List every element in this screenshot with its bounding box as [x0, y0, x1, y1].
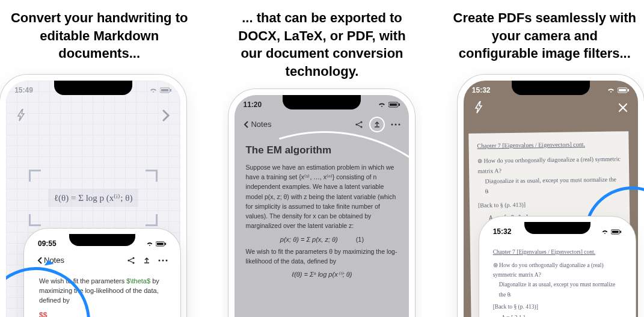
flash-icon[interactable] — [16, 109, 26, 122]
status-icons — [149, 87, 172, 93]
phone-small-3: 15:32 Chapter 7 [Eigenvalues / Eigenvect… — [479, 217, 636, 317]
status-icons — [146, 241, 167, 247]
doc-nav: Notes — [235, 114, 409, 137]
paper-title: Chapter 7 [Eigenvalues / Eigenvectors] c… — [493, 247, 622, 257]
paper-matrix-1: A = [ 2 1 ] — [501, 313, 622, 317]
svg-rect-25 — [612, 230, 618, 233]
phone-notch — [524, 222, 590, 234]
headline-2: ... that can be exported to DOCX, LaTeX,… — [222, 0, 421, 93]
status-time: 09:55 — [38, 239, 57, 248]
nav-actions — [355, 117, 400, 132]
headline-1: Convert your handwriting to editable Mar… — [0, 0, 198, 75]
screenshot-panel-3: Create PDFs seamlessly with your camera … — [446, 0, 644, 317]
wifi-icon — [146, 241, 153, 247]
phone-big-2: 11:20 Notes The EM algorithm — [228, 89, 415, 317]
screenshot-panel-2: ... that can be exported to DOCX, LaTeX,… — [222, 0, 421, 317]
doc-equation-2: ℓ(θ) = Σⁿ log p(x⁽ⁱ⁾; θ) — [245, 271, 398, 279]
phone-small-holder-3: 15:32 Chapter 7 [Eigenvalues / Eigenvect… — [479, 217, 636, 317]
wifi-icon — [607, 87, 615, 93]
svg-point-17 — [361, 126, 363, 128]
svg-point-18 — [391, 123, 393, 125]
doc-title: The EM algorithm — [245, 144, 398, 156]
doc-content-dimmed: 11:20 Notes The EM algorithm — [235, 95, 409, 317]
share-icon[interactable] — [355, 120, 363, 129]
svg-point-15 — [356, 123, 358, 125]
battery-icon — [611, 229, 622, 235]
status-time: 15:32 — [472, 86, 491, 94]
svg-rect-13 — [390, 103, 397, 106]
svg-rect-1 — [161, 89, 168, 91]
scan-frame: ℓ(θ) = Σ log p (x⁽ⁱ⁾; θ) — [30, 171, 156, 225]
svg-rect-4 — [157, 242, 164, 245]
battery-icon — [618, 87, 630, 93]
svg-rect-23 — [628, 89, 629, 91]
svg-rect-2 — [170, 89, 171, 91]
svg-point-9 — [159, 259, 161, 261]
more-icon[interactable] — [158, 259, 168, 262]
doc-para-1: Suppose we have an estimation problem in… — [245, 162, 398, 231]
handwriting-sample: ℓ(θ) = Σ log p (x⁽ⁱ⁾; θ) — [48, 189, 139, 207]
status-time: 15:49 — [14, 86, 33, 94]
wifi-icon — [149, 87, 158, 93]
scanner-topbar — [6, 103, 180, 128]
chevron-right-icon[interactable] — [161, 108, 171, 123]
svg-rect-14 — [399, 103, 400, 106]
status-icons — [607, 87, 630, 93]
upload-icon[interactable] — [143, 256, 151, 265]
phone-notch — [69, 234, 135, 246]
battery-icon — [160, 87, 172, 93]
svg-point-11 — [166, 259, 168, 261]
svg-point-6 — [127, 259, 129, 261]
svg-rect-22 — [619, 89, 626, 91]
phone-notch — [54, 81, 132, 95]
paper-line-a: ⊛ How do you orthogonally diagonalize a … — [493, 260, 622, 280]
doc-equation-1: p(x; θ) = Σ p(x, z; θ) (1) — [245, 236, 398, 243]
paper-line-b: Diagonalize it as usual, except you must… — [499, 280, 622, 299]
flash-icon[interactable] — [473, 101, 484, 114]
battery-icon — [388, 102, 400, 108]
phone-notch — [283, 95, 361, 109]
svg-point-20 — [399, 123, 400, 125]
share-icon[interactable] — [127, 256, 135, 265]
battery-icon — [156, 241, 167, 247]
screenshot-panel-1: Convert your handwriting to editable Mar… — [0, 0, 198, 317]
back-label: Notes — [251, 120, 271, 129]
paper-title: Chapter 7 [Eigenvalues / Eigenvectors] c… — [477, 138, 620, 150]
paper-line-a: ⊛ How do you orthogonally diagonalize a … — [477, 153, 621, 176]
svg-rect-5 — [165, 242, 166, 245]
status-time: 15:32 — [493, 227, 512, 236]
doc-para-2: We wish to fit the parameters θ by maxim… — [245, 247, 398, 266]
camera-topbar — [464, 100, 638, 119]
svg-point-16 — [361, 121, 363, 123]
svg-point-7 — [132, 257, 134, 259]
paper-line-b: Diagonalize it as usual, except you must… — [485, 174, 621, 196]
svg-point-8 — [132, 262, 134, 263]
pdf-paper: Chapter 7 [Eigenvalues / Eigenvectors] c… — [485, 241, 630, 317]
doc-body: The EM algorithm Suppose we have an esti… — [235, 137, 409, 279]
svg-point-10 — [162, 259, 164, 261]
svg-point-19 — [395, 123, 397, 125]
phone-notch — [512, 81, 590, 95]
status-time: 11:20 — [243, 100, 262, 109]
nav-actions — [127, 256, 168, 265]
headline-3: Create PDFs seamlessly with your camera … — [446, 0, 644, 75]
status-icons — [601, 229, 622, 235]
paper-line-c: [Back to § (p. 413)] — [493, 302, 622, 312]
status-icons — [378, 102, 400, 108]
chevron-left-icon — [243, 120, 249, 129]
upload-icon[interactable] — [369, 117, 385, 132]
chevron-left-icon — [37, 256, 43, 265]
wifi-icon — [378, 102, 386, 108]
pdf-screen: 15:32 Chapter 7 [Eigenvalues / Eigenvect… — [485, 222, 630, 317]
more-icon[interactable] — [391, 123, 400, 126]
wifi-icon — [601, 229, 609, 235]
back-button[interactable]: Notes — [243, 120, 271, 129]
svg-rect-26 — [620, 230, 621, 233]
close-icon[interactable] — [618, 102, 628, 113]
